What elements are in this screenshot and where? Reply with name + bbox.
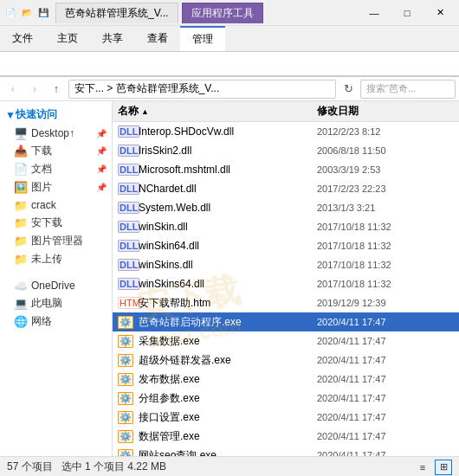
documents-pin: 📌 xyxy=(96,164,107,174)
table-row[interactable]: DLLSystem.Web.dll2013/1/3 3:21 xyxy=(113,198,459,217)
title-tab-main[interactable]: 芭奇站群管理系统_V... xyxy=(55,3,178,23)
file-name-cell: HTM安下载帮助.htm xyxy=(114,296,314,311)
sidebar-item-documents[interactable]: 📄 文档 📌 xyxy=(0,160,112,178)
file-name-text: winSkins64.dll xyxy=(139,278,204,290)
table-row[interactable]: DLLwinSkins.dll2017/10/18 11:32 xyxy=(113,255,459,274)
sidebar-item-onedrive[interactable]: ☁️ OneDrive xyxy=(0,277,112,294)
file-type-icon: HTM xyxy=(118,297,135,309)
tab-view[interactable]: 查看 xyxy=(135,26,180,51)
address-bar: ‹ › ↑ 安下... > 芭奇站群管理系统_V... ↻ 搜索"芭奇... xyxy=(0,77,459,101)
file-date-cell: 2020/4/11 17:47 xyxy=(314,393,457,403)
table-row[interactable]: ⚙️超级外链群发器.exe2020/4/11 17:47 xyxy=(113,351,459,370)
sidebar-item-downloads[interactable]: 📥 下载 📌 xyxy=(0,142,112,160)
file-name-text: IrisSkin2.dll xyxy=(139,145,191,157)
file-type-icon: DLL xyxy=(118,125,135,138)
table-row[interactable]: DLLNChardet.dll2017/2/23 22:23 xyxy=(113,179,459,198)
table-row[interactable]: DLLwinSkins64.dll2017/10/18 11:32 xyxy=(113,274,459,293)
file-date-cell: 2006/8/18 11:50 xyxy=(314,145,457,156)
table-row[interactable]: ⚙️分组参数.exe2020/4/11 17:47 xyxy=(113,389,459,408)
thispc-icon: 💻 xyxy=(14,297,28,311)
sidebar-item-desktop-label: Desktop↑ xyxy=(31,127,74,139)
file-name-text: winSkin.dll xyxy=(139,221,188,233)
file-type-icon: DLL xyxy=(118,183,135,195)
sidebar-item-onedrive-label: OneDrive xyxy=(31,280,75,292)
table-row[interactable]: DLLIrisSkin2.dll2006/8/18 11:50 xyxy=(113,141,459,160)
file-name-cell: ⚙️分组参数.exe xyxy=(114,391,314,406)
table-row[interactable]: DLLInterop.SHDocVw.dll2012/2/23 8:12 xyxy=(113,122,459,141)
address-path[interactable]: 安下... > 芭奇站群管理系统_V... xyxy=(68,80,336,99)
table-row[interactable]: ⚙️采集数据.exe2020/4/11 17:47 xyxy=(113,331,459,351)
refresh-button[interactable]: ↻ xyxy=(339,80,358,99)
table-row[interactable]: ⚙️数据管理.exe2020/4/11 17:47 xyxy=(113,427,459,446)
table-row[interactable]: ⚙️接口设置.exe2020/4/11 17:47 xyxy=(113,408,459,427)
file-type-icon: ⚙️ xyxy=(118,354,135,367)
file-name-cell: ⚙️网站seo查询.exe xyxy=(114,448,314,457)
table-row[interactable]: HTM安下载帮助.htm2019/12/9 12:39 xyxy=(113,293,459,312)
col-name-label: 名称 xyxy=(118,104,139,119)
file-name-text: 安下载帮助.htm xyxy=(139,296,210,311)
file-date-cell: 2017/10/18 11:32 xyxy=(314,279,457,289)
file-date-cell: 2013/1/3 3:21 xyxy=(314,203,457,213)
main-area: ▼ 快速访问 🖥️ Desktop↑ 📌 📥 下载 📌 📄 文档 📌 xyxy=(0,101,459,456)
sidebar-item-upload[interactable]: 📁 未上传 xyxy=(0,250,112,268)
col-date[interactable]: 修改日期 xyxy=(312,101,459,121)
file-name-cell: DLLwinSkin.dll xyxy=(114,221,314,233)
file-list-header: 名称 ▲ 修改日期 xyxy=(113,101,459,122)
close-button[interactable]: ✕ xyxy=(424,4,456,22)
file-name-text: 数据管理.exe xyxy=(139,429,200,444)
file-name-cell: DLLwinSkins.dll xyxy=(114,259,314,271)
file-type-icon: DLL xyxy=(118,278,135,290)
table-row[interactable]: DLLwinSkin64.dll2017/10/18 11:32 xyxy=(113,236,459,255)
file-name-cell: ⚙️数据管理.exe xyxy=(114,429,314,444)
desktop-pin: 📌 xyxy=(96,129,107,138)
window-controls: — □ ✕ xyxy=(359,4,456,22)
sidebar-item-network[interactable]: 🌐 网络 xyxy=(0,312,112,331)
sidebar: ▼ 快速访问 🖥️ Desktop↑ 📌 📥 下载 📌 📄 文档 📌 xyxy=(0,101,113,456)
item-count: 57 个项目 xyxy=(7,460,53,474)
crack-folder-icon: 📁 xyxy=(14,198,28,212)
file-name-cell: ⚙️采集数据.exe xyxy=(114,334,314,349)
save-icon: 💾 xyxy=(36,6,50,20)
sidebar-item-image-manager[interactable]: 📁 图片管理器 xyxy=(0,232,112,250)
col-name[interactable]: 名称 ▲ xyxy=(113,101,312,121)
file-type-icon: ⚙️ xyxy=(118,316,135,329)
table-row[interactable]: ⚙️芭奇站群启动程序.exe2020/4/11 17:47 xyxy=(113,312,459,331)
back-button[interactable]: ‹ xyxy=(3,80,23,99)
file-date-cell: 2017/10/18 11:32 xyxy=(314,260,457,270)
title-bar-icons: 📄 📂 💾 xyxy=(3,6,50,20)
file-date-cell: 2020/4/11 17:47 xyxy=(314,450,457,456)
quick-access-header[interactable]: ▼ 快速访问 xyxy=(0,105,112,125)
tab-home[interactable]: 主页 xyxy=(45,26,90,51)
forward-button[interactable]: › xyxy=(25,80,44,99)
table-row[interactable]: ⚙️网站seo查询.exe2020/4/11 17:47 xyxy=(113,446,459,456)
sidebar-item-pictures[interactable]: 🖼️ 图片 📌 xyxy=(0,178,112,196)
up-button[interactable]: ↑ xyxy=(47,80,66,99)
maximize-button[interactable]: □ xyxy=(391,4,423,22)
file-date-cell: 2020/4/11 17:47 xyxy=(314,374,457,384)
sidebar-item-anxia[interactable]: 📁 安下载 xyxy=(0,214,112,232)
list-view-button[interactable]: ≡ xyxy=(414,460,431,475)
file-name-text: 采集数据.exe xyxy=(139,334,200,349)
file-name-text: 超级外链群发器.exe xyxy=(139,353,231,368)
file-name-text: winSkins.dll xyxy=(139,259,193,271)
table-row[interactable]: DLLwinSkin.dll2017/10/18 11:32 xyxy=(113,217,459,236)
table-row[interactable]: ⚙️发布数据.exe2020/4/11 17:47 xyxy=(113,370,459,389)
network-icon: 🌐 xyxy=(14,315,28,329)
table-row[interactable]: DLLMicrosoft.mshtml.dll2003/3/19 2:53 xyxy=(113,160,459,179)
search-box[interactable]: 搜索"芭奇... xyxy=(360,80,456,99)
file-name-cell: DLLwinSkin64.dll xyxy=(114,240,314,252)
file-date-cell: 2020/4/11 17:47 xyxy=(314,431,457,441)
file-type-icon: ⚙️ xyxy=(118,449,135,457)
status-bar: 57 个项目 选中 1 个项目 4.22 MB ≡ ⊞ xyxy=(0,456,459,476)
tab-manage[interactable]: 管理 xyxy=(180,26,225,51)
ribbon-content xyxy=(0,52,459,76)
sidebar-item-desktop[interactable]: 🖥️ Desktop↑ 📌 xyxy=(0,125,112,142)
minimize-button[interactable]: — xyxy=(359,4,390,22)
tab-share[interactable]: 共享 xyxy=(90,26,135,51)
grid-view-button[interactable]: ⊞ xyxy=(435,460,452,475)
quick-access-section: ▼ 快速访问 🖥️ Desktop↑ 📌 📥 下载 📌 📄 文档 📌 xyxy=(0,101,112,272)
tab-file[interactable]: 文件 xyxy=(0,26,45,51)
sidebar-item-crack[interactable]: 📁 crack xyxy=(0,196,112,214)
title-tab-tools[interactable]: 应用程序工具 xyxy=(182,3,263,23)
sidebar-item-thispc[interactable]: 💻 此电脑 xyxy=(0,294,112,312)
